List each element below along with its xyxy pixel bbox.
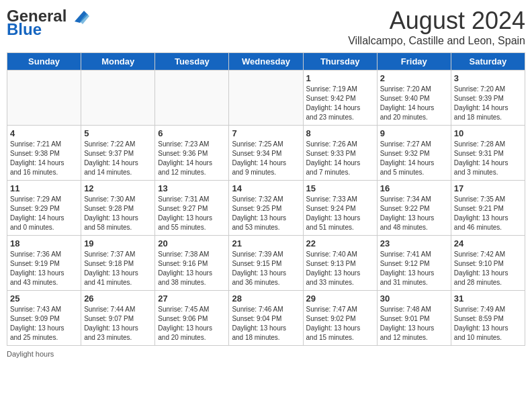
day-info: Sunrise: 7:29 AM Sunset: 9:29 PM Dayligh… [10, 195, 78, 232]
day-cell: 28Sunrise: 7:46 AM Sunset: 9:04 PM Dayli… [229, 291, 303, 346]
day-info: Sunrise: 7:47 AM Sunset: 9:02 PM Dayligh… [306, 305, 374, 342]
day-info: Sunrise: 7:48 AM Sunset: 9:01 PM Dayligh… [380, 305, 448, 342]
day-cell: 16Sunrise: 7:34 AM Sunset: 9:22 PM Dayli… [377, 181, 451, 236]
subtitle: Villalcampo, Castille and Leon, Spain [348, 35, 525, 47]
day-info: Sunrise: 7:42 AM Sunset: 9:10 PM Dayligh… [454, 250, 522, 287]
day-info: Sunrise: 7:41 AM Sunset: 9:12 PM Dayligh… [380, 250, 448, 287]
day-cell: 17Sunrise: 7:35 AM Sunset: 9:21 PM Dayli… [451, 181, 525, 236]
week-row-4: 18Sunrise: 7:36 AM Sunset: 9:19 PM Dayli… [7, 236, 525, 291]
day-cell: 23Sunrise: 7:41 AM Sunset: 9:12 PM Dayli… [377, 236, 451, 291]
day-info: Sunrise: 7:44 AM Sunset: 9:07 PM Dayligh… [84, 305, 152, 342]
footer-note: Daylight hours [7, 350, 525, 358]
day-cell: 7Sunrise: 7:25 AM Sunset: 9:34 PM Daylig… [229, 126, 303, 181]
day-cell: 6Sunrise: 7:23 AM Sunset: 9:36 PM Daylig… [155, 126, 229, 181]
day-number: 26 [84, 293, 152, 304]
day-number: 31 [454, 293, 522, 304]
day-info: Sunrise: 7:20 AM Sunset: 9:39 PM Dayligh… [454, 85, 522, 122]
column-header-sunday: Sunday [7, 53, 81, 71]
day-info: Sunrise: 7:22 AM Sunset: 9:37 PM Dayligh… [84, 140, 152, 177]
logo-icon [68, 8, 89, 24]
day-number: 29 [306, 293, 374, 304]
day-info: Sunrise: 7:23 AM Sunset: 9:36 PM Dayligh… [158, 140, 226, 177]
day-number: 2 [380, 73, 448, 83]
day-cell: 19Sunrise: 7:37 AM Sunset: 9:18 PM Dayli… [81, 236, 155, 291]
header: General Blue August 2024 Villalcampo, Ca… [7, 7, 525, 47]
day-number: 23 [380, 238, 448, 248]
main-title: August 2024 [348, 7, 525, 35]
day-number: 3 [454, 73, 522, 83]
logo: General Blue [7, 7, 89, 39]
day-number: 19 [84, 238, 152, 248]
day-info: Sunrise: 7:39 AM Sunset: 9:15 PM Dayligh… [232, 250, 300, 287]
week-row-2: 4Sunrise: 7:21 AM Sunset: 9:38 PM Daylig… [7, 126, 525, 181]
day-cell [7, 71, 81, 126]
week-row-5: 25Sunrise: 7:43 AM Sunset: 9:09 PM Dayli… [7, 291, 525, 346]
day-info: Sunrise: 7:38 AM Sunset: 9:16 PM Dayligh… [158, 250, 226, 287]
day-cell: 15Sunrise: 7:33 AM Sunset: 9:24 PM Dayli… [303, 181, 377, 236]
day-cell: 29Sunrise: 7:47 AM Sunset: 9:02 PM Dayli… [303, 291, 377, 346]
day-info: Sunrise: 7:26 AM Sunset: 9:33 PM Dayligh… [306, 140, 374, 177]
day-cell: 20Sunrise: 7:38 AM Sunset: 9:16 PM Dayli… [155, 236, 229, 291]
day-cell [155, 71, 229, 126]
day-cell: 11Sunrise: 7:29 AM Sunset: 9:29 PM Dayli… [7, 181, 81, 236]
day-info: Sunrise: 7:36 AM Sunset: 9:19 PM Dayligh… [10, 250, 78, 287]
day-info: Sunrise: 7:40 AM Sunset: 9:13 PM Dayligh… [306, 250, 374, 287]
day-info: Sunrise: 7:19 AM Sunset: 9:42 PM Dayligh… [306, 85, 374, 122]
day-info: Sunrise: 7:27 AM Sunset: 9:32 PM Dayligh… [380, 140, 448, 177]
logo-blue: Blue [7, 20, 42, 39]
day-number: 7 [232, 128, 300, 138]
day-info: Sunrise: 7:35 AM Sunset: 9:21 PM Dayligh… [454, 195, 522, 232]
day-info: Sunrise: 7:33 AM Sunset: 9:24 PM Dayligh… [306, 195, 374, 232]
column-header-wednesday: Wednesday [229, 53, 303, 71]
day-cell: 31Sunrise: 7:49 AM Sunset: 8:59 PM Dayli… [451, 291, 525, 346]
day-cell: 3Sunrise: 7:20 AM Sunset: 9:39 PM Daylig… [451, 71, 525, 126]
day-cell: 9Sunrise: 7:27 AM Sunset: 9:32 PM Daylig… [377, 126, 451, 181]
day-cell: 5Sunrise: 7:22 AM Sunset: 9:37 PM Daylig… [81, 126, 155, 181]
day-number: 11 [10, 183, 78, 193]
day-cell: 25Sunrise: 7:43 AM Sunset: 9:09 PM Dayli… [7, 291, 81, 346]
day-number: 30 [380, 293, 448, 304]
day-info: Sunrise: 7:21 AM Sunset: 9:38 PM Dayligh… [10, 140, 78, 177]
day-number: 24 [454, 238, 522, 248]
day-cell: 2Sunrise: 7:20 AM Sunset: 9:40 PM Daylig… [377, 71, 451, 126]
column-header-saturday: Saturday [451, 53, 525, 71]
day-number: 12 [84, 183, 152, 193]
day-number: 16 [380, 183, 448, 193]
day-number: 22 [306, 238, 374, 248]
day-info: Sunrise: 7:28 AM Sunset: 9:31 PM Dayligh… [454, 140, 522, 177]
day-cell [81, 71, 155, 126]
day-number: 27 [158, 293, 226, 304]
day-cell: 1Sunrise: 7:19 AM Sunset: 9:42 PM Daylig… [303, 71, 377, 126]
week-row-3: 11Sunrise: 7:29 AM Sunset: 9:29 PM Dayli… [7, 181, 525, 236]
day-number: 4 [10, 128, 78, 138]
day-info: Sunrise: 7:30 AM Sunset: 9:28 PM Dayligh… [84, 195, 152, 232]
day-number: 17 [454, 183, 522, 193]
day-cell: 27Sunrise: 7:45 AM Sunset: 9:06 PM Dayli… [155, 291, 229, 346]
day-cell: 4Sunrise: 7:21 AM Sunset: 9:38 PM Daylig… [7, 126, 81, 181]
column-header-monday: Monday [81, 53, 155, 71]
day-cell: 12Sunrise: 7:30 AM Sunset: 9:28 PM Dayli… [81, 181, 155, 236]
day-number: 13 [158, 183, 226, 193]
day-cell: 30Sunrise: 7:48 AM Sunset: 9:01 PM Dayli… [377, 291, 451, 346]
day-cell: 18Sunrise: 7:36 AM Sunset: 9:19 PM Dayli… [7, 236, 81, 291]
day-number: 15 [306, 183, 374, 193]
day-cell: 14Sunrise: 7:32 AM Sunset: 9:25 PM Dayli… [229, 181, 303, 236]
day-number: 5 [84, 128, 152, 138]
day-cell: 8Sunrise: 7:26 AM Sunset: 9:33 PM Daylig… [303, 126, 377, 181]
calendar-header-row: SundayMondayTuesdayWednesdayThursdayFrid… [7, 53, 525, 71]
day-info: Sunrise: 7:34 AM Sunset: 9:22 PM Dayligh… [380, 195, 448, 232]
day-info: Sunrise: 7:45 AM Sunset: 9:06 PM Dayligh… [158, 305, 226, 342]
day-number: 10 [454, 128, 522, 138]
day-number: 20 [158, 238, 226, 248]
day-cell: 13Sunrise: 7:31 AM Sunset: 9:27 PM Dayli… [155, 181, 229, 236]
day-cell [229, 71, 303, 126]
day-number: 1 [306, 73, 374, 83]
day-info: Sunrise: 7:46 AM Sunset: 9:04 PM Dayligh… [232, 305, 300, 342]
day-cell: 22Sunrise: 7:40 AM Sunset: 9:13 PM Dayli… [303, 236, 377, 291]
day-cell: 26Sunrise: 7:44 AM Sunset: 9:07 PM Dayli… [81, 291, 155, 346]
day-info: Sunrise: 7:20 AM Sunset: 9:40 PM Dayligh… [380, 85, 448, 122]
column-header-tuesday: Tuesday [155, 53, 229, 71]
day-number: 14 [232, 183, 300, 193]
column-header-thursday: Thursday [303, 53, 377, 71]
day-number: 9 [380, 128, 448, 138]
